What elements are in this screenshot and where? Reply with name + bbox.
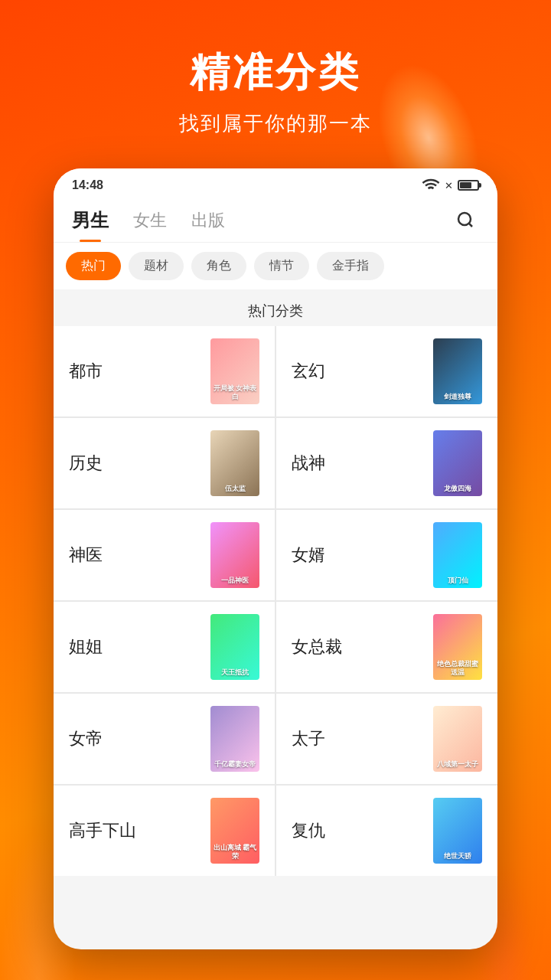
cover-label: 剑道独尊 bbox=[435, 393, 481, 401]
book-cover: 剑道独尊 bbox=[433, 338, 482, 404]
cover-label: 伍太监 bbox=[212, 485, 258, 493]
book-cover: 龙傲四海 bbox=[433, 430, 482, 496]
category-name: 女帝 bbox=[69, 727, 103, 750]
tab-publish[interactable]: 出版 bbox=[191, 206, 225, 241]
svg-point-0 bbox=[458, 213, 471, 225]
chip-hot[interactable]: 热门 bbox=[66, 252, 121, 280]
category-item[interactable]: 姐姐 天王抵抗 bbox=[54, 602, 275, 692]
tab-male[interactable]: 男生 bbox=[72, 205, 109, 242]
category-item[interactable]: 历史 伍太监 bbox=[54, 418, 275, 508]
category-item[interactable]: 太子 八域第一太子 bbox=[276, 694, 497, 784]
cover-label: 天王抵抗 bbox=[212, 668, 258, 677]
book-cover: 绝世天骄 bbox=[433, 798, 482, 864]
search-button[interactable] bbox=[452, 206, 479, 234]
category-item[interactable]: 都市 开局被 女神表白 bbox=[54, 326, 275, 416]
category-item[interactable]: 复仇 绝世天骄 bbox=[276, 786, 497, 876]
category-item[interactable]: 女婿 顶门仙 bbox=[276, 510, 497, 600]
book-cover: 一品神医 bbox=[210, 522, 259, 588]
category-name: 都市 bbox=[69, 360, 103, 383]
filter-chips: 热门 题材 角色 情节 金手指 bbox=[54, 243, 497, 289]
cover-label: 开局被 女神表白 bbox=[212, 384, 258, 401]
book-cover: 天王抵抗 bbox=[210, 614, 259, 680]
cover-label: 顶门仙 bbox=[435, 577, 481, 585]
nav-tabs: 男生 女生 出版 bbox=[54, 199, 497, 243]
book-cover: 开局被 女神表白 bbox=[210, 338, 259, 404]
cover-label: 出山离城 霸气荣 bbox=[212, 844, 258, 861]
cover-label: 八域第一太子 bbox=[435, 760, 481, 769]
category-name: 女婿 bbox=[292, 544, 325, 567]
chip-cheat[interactable]: 金手指 bbox=[317, 252, 384, 280]
book-cover: 八域第一太子 bbox=[433, 706, 482, 772]
tab-female[interactable]: 女生 bbox=[133, 206, 167, 241]
category-name: 历史 bbox=[69, 452, 103, 475]
book-cover: 伍太监 bbox=[210, 430, 259, 496]
cover-label: 龙傲四海 bbox=[435, 485, 481, 493]
status-icons: ✕ bbox=[422, 176, 479, 194]
chip-theme[interactable]: 题材 bbox=[129, 252, 184, 280]
book-cover: 顶门仙 bbox=[433, 522, 482, 588]
chip-plot[interactable]: 情节 bbox=[254, 252, 309, 280]
category-item[interactable]: 玄幻 剑道独尊 bbox=[276, 326, 497, 416]
category-name: 姐姐 bbox=[69, 635, 103, 658]
category-name: 女总裁 bbox=[292, 635, 342, 658]
category-item[interactable]: 战神 龙傲四海 bbox=[276, 418, 497, 508]
content-area: 热门分类 都市 开局被 女神表白 玄幻 剑道独尊 历史 伍太监 战神 龙傲四海 … bbox=[54, 289, 497, 876]
status-bar: 14:48 ✕ bbox=[54, 168, 497, 199]
category-name: 复仇 bbox=[292, 819, 325, 842]
book-cover: 绝色总裁甜蜜送温 bbox=[433, 614, 482, 680]
battery-icon bbox=[458, 180, 479, 191]
category-item[interactable]: 神医 一品神医 bbox=[54, 510, 275, 600]
phone-frame: 14:48 ✕ 男生 女生 出版 热门 题材 角色 情节 金手指 bbox=[54, 168, 497, 949]
category-name: 神医 bbox=[69, 544, 103, 567]
section-title: 热门分类 bbox=[54, 289, 497, 326]
category-name: 玄幻 bbox=[292, 360, 325, 383]
main-title: 精准分类 bbox=[0, 46, 551, 100]
sim-icon: ✕ bbox=[445, 180, 453, 191]
category-item[interactable]: 女总裁 绝色总裁甜蜜送温 bbox=[276, 602, 497, 692]
category-name: 战神 bbox=[292, 452, 325, 475]
category-item[interactable]: 高手下山 出山离城 霸气荣 bbox=[54, 786, 275, 876]
cover-label: 一品神医 bbox=[212, 577, 258, 585]
search-icon bbox=[456, 211, 474, 229]
time-display: 14:48 bbox=[72, 178, 103, 192]
cover-label: 千亿霸妻女帝 bbox=[212, 760, 258, 769]
book-cover: 出山离城 霸气荣 bbox=[210, 798, 259, 864]
category-grid: 都市 开局被 女神表白 玄幻 剑道独尊 历史 伍太监 战神 龙傲四海 神医 一品… bbox=[54, 326, 497, 876]
svg-line-1 bbox=[469, 224, 472, 227]
wifi-icon bbox=[422, 176, 440, 194]
cover-label: 绝色总裁甜蜜送温 bbox=[435, 660, 481, 677]
book-cover: 千亿霸妻女帝 bbox=[210, 706, 259, 772]
category-name: 高手下山 bbox=[69, 819, 136, 842]
chip-role[interactable]: 角色 bbox=[191, 252, 246, 280]
category-item[interactable]: 女帝 千亿霸妻女帝 bbox=[54, 694, 275, 784]
category-name: 太子 bbox=[292, 727, 325, 750]
cover-label: 绝世天骄 bbox=[435, 852, 481, 861]
